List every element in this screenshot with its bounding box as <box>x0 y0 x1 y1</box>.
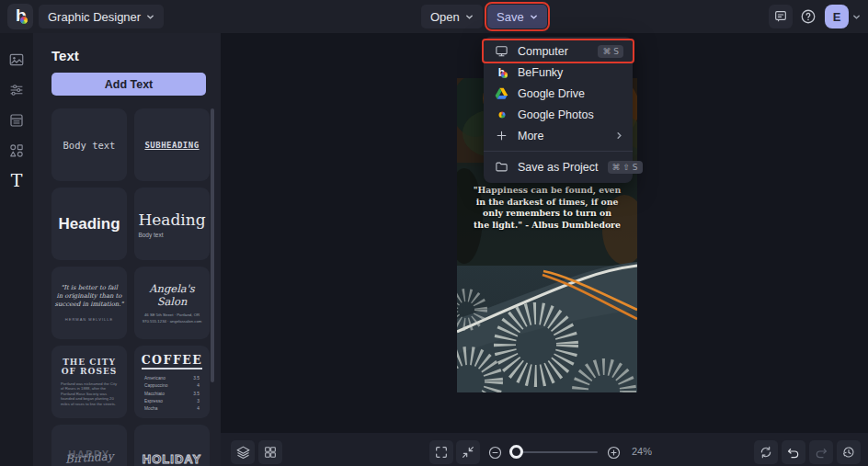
chevron-right-icon <box>615 131 623 140</box>
undo-button[interactable] <box>782 440 805 464</box>
text-template-city-of-roses[interactable]: THE CITY OF ROSES Portland was nicknamed… <box>51 346 127 418</box>
quote-line: only remembers to turn on <box>461 208 634 220</box>
google-drive-icon <box>495 86 508 100</box>
redo-icon <box>814 445 828 460</box>
quote-line: the light." - Albus Dumbledore <box>461 220 634 232</box>
fullscreen-button[interactable] <box>429 440 453 464</box>
zoom-in-icon <box>606 445 622 460</box>
menu-item-befunky[interactable]: b BeFunky <box>484 62 633 83</box>
quote-text-layer[interactable]: "Happiness can be found, even in the dar… <box>461 185 634 231</box>
shortcut-badge: ⌘ S <box>598 45 623 58</box>
chevron-down-icon <box>530 13 538 21</box>
redo-button[interactable] <box>809 440 833 464</box>
layers-button[interactable] <box>231 440 255 464</box>
workspace-switcher[interactable]: Graphic Designer <box>39 5 164 28</box>
open-button[interactable]: Open <box>421 5 483 28</box>
layers-icon <box>235 445 251 460</box>
text-template-happy-birthday[interactable]: HAPPY Birthday <box>51 425 127 466</box>
text-template-heading-bold[interactable]: Heading <box>51 188 127 260</box>
avatar-initial: E <box>833 10 841 24</box>
menu-item-google-photos[interactable]: Google Photos <box>484 104 633 125</box>
text-template-heading-serif[interactable]: Heading Body text <box>134 188 210 260</box>
zoom-in-button[interactable] <box>601 440 625 464</box>
reset-button[interactable] <box>754 440 778 464</box>
account-chevron-down-icon[interactable] <box>852 13 861 21</box>
help-icon <box>800 8 817 25</box>
menu-item-google-drive[interactable]: Google Drive <box>484 83 633 104</box>
befunky-logo[interactable]: b <box>7 4 33 29</box>
befunky-icon: b <box>495 65 508 79</box>
zoom-out-icon <box>487 445 503 460</box>
add-text-button[interactable]: Add Text <box>51 73 206 96</box>
color-wheel-icon <box>19 16 29 25</box>
save-dropdown-menu: Computer ⌘ S b BeFunky Google Drive Goog… <box>484 37 633 183</box>
text-template-salon[interactable]: Angela's Salon 46 SE 5th Street · Portla… <box>134 267 210 339</box>
plus-icon <box>495 129 508 142</box>
adjust-sliders-icon <box>8 82 25 98</box>
zoom-out-button[interactable] <box>483 440 507 464</box>
undo-icon <box>786 445 801 460</box>
google-photos-icon <box>495 108 508 121</box>
fit-screen-icon <box>461 445 475 460</box>
text-template-script-quote[interactable]: "It is better to fail in originality tha… <box>51 267 127 339</box>
save-button[interactable]: Save <box>487 5 547 28</box>
zoom-slider-handle[interactable] <box>509 445 523 459</box>
menu-divider <box>484 151 633 152</box>
feedback-button[interactable] <box>769 5 793 28</box>
text-panel: Text Add Text Body text SUBHEADING Headi… <box>33 33 221 466</box>
quote-line: "Happiness can be found, even <box>461 185 634 197</box>
bottom-toolbar: 24% <box>221 433 868 466</box>
text-template-coffee-menu[interactable]: COFFEE Americano3.5 Cappuccino4 Macchiat… <box>134 346 210 418</box>
graphics-shapes-icon <box>8 142 25 159</box>
grid-icon <box>263 445 278 460</box>
panel-title: Text <box>51 48 79 63</box>
templates-icon <box>8 112 25 129</box>
text-tool-icon: T <box>11 172 23 189</box>
rail-item-graphics[interactable] <box>0 135 33 165</box>
menu-item-computer[interactable]: Computer ⌘ S <box>484 40 633 62</box>
befunky-graphic-designer: "Happiness can be found, even in the dar… <box>0 0 868 466</box>
chevron-down-icon <box>465 13 474 21</box>
rail-item-templates[interactable] <box>0 105 33 135</box>
text-template-list: Body text SUBHEADING Heading Heading Bod… <box>51 108 210 466</box>
workspace-switcher-label: Graphic Designer <box>48 10 141 24</box>
grid-view-button[interactable] <box>258 440 282 464</box>
chevron-down-icon <box>146 13 154 21</box>
menu-item-save-as-project[interactable]: Save as Project ⌘ ⇧ S <box>484 156 633 177</box>
history-icon <box>841 445 856 460</box>
fit-to-screen-button[interactable] <box>456 440 480 464</box>
rail-item-image-manager[interactable] <box>0 44 33 74</box>
chat-icon <box>773 9 788 24</box>
zoom-percentage: 24% <box>632 446 652 457</box>
save-button-label: Save <box>497 10 524 24</box>
text-template-subheading[interactable]: SUBHEADING <box>134 108 210 181</box>
shortcut-badge: ⌘ ⇧ S <box>608 161 643 174</box>
rail-item-edit[interactable] <box>0 74 33 105</box>
zoom-slider-track[interactable] <box>511 451 598 453</box>
text-template-holiday-sale[interactable]: HOLIDAY SALE <box>134 425 210 466</box>
account-avatar[interactable]: E <box>825 5 849 28</box>
fullscreen-icon <box>434 445 449 460</box>
tools-rail: T <box>0 33 33 466</box>
text-template-body-text[interactable]: Body text <box>51 108 127 181</box>
help-button[interactable] <box>796 5 820 28</box>
image-icon <box>8 51 25 68</box>
rail-item-text[interactable]: T <box>0 165 33 196</box>
menu-item-more[interactable]: More <box>484 125 633 146</box>
panel-scrollbar[interactable] <box>211 108 214 382</box>
reset-icon <box>759 445 773 460</box>
computer-icon <box>495 44 508 58</box>
quote-line: in the darkest of times, if one <box>461 197 634 209</box>
history-button[interactable] <box>837 440 861 464</box>
top-toolbar: b Graphic Designer Open Save <box>0 0 868 33</box>
open-button-label: Open <box>430 10 460 24</box>
folder-icon <box>495 160 508 174</box>
